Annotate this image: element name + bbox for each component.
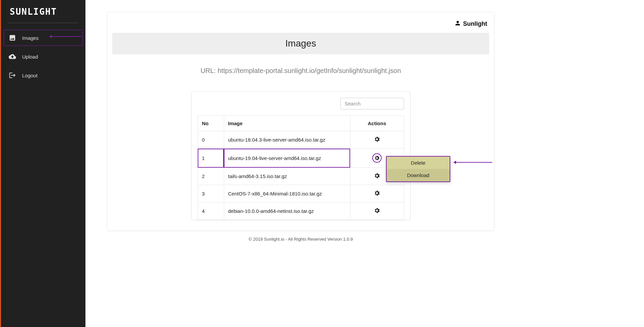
- annotation-arrow: [50, 36, 81, 37]
- brand-logo: SUNLIGHT: [1, 0, 85, 23]
- table-row: 2 tails-amd64-3.15.iso.tar.gz: [198, 168, 404, 185]
- logout-icon: [9, 72, 16, 79]
- gear-icon[interactable]: [374, 207, 380, 214]
- gear-icon[interactable]: [374, 136, 380, 143]
- cell-image: debian-10.0.0-amd64-netinst.iso.tar.gz: [224, 202, 350, 220]
- gear-icon[interactable]: [374, 172, 380, 179]
- image-icon: [9, 34, 16, 42]
- dropdown-download[interactable]: Download: [387, 169, 450, 181]
- cell-no: 2: [198, 168, 224, 185]
- url-label: URL: https://template-portal.sunlight.io…: [108, 67, 494, 75]
- col-no: No: [198, 116, 224, 131]
- annotation-arrow: [454, 162, 492, 163]
- page-title: Images: [112, 33, 489, 54]
- actions-dropdown: Delete Download: [386, 156, 450, 182]
- table-row: 3 CentOS-7-x86_64-Minimal-1810.iso.tar.g…: [198, 185, 404, 202]
- sidebar-item-label: Images: [22, 35, 39, 41]
- gear-icon[interactable]: [372, 153, 382, 163]
- person-icon: [454, 20, 461, 28]
- table-row: 4 debian-10.0.0-amd64-netinst.iso.tar.gz: [198, 202, 404, 220]
- table-card: No Image Actions 0 ubuntu-18.04.3-live-s…: [191, 91, 410, 220]
- sidebar-divider: [8, 23, 79, 23]
- cell-no: 0: [198, 131, 224, 149]
- images-table: No Image Actions 0 ubuntu-18.04.3-live-s…: [198, 115, 404, 220]
- table-row: 1 ubuntu-19.04-live-server-amd64.iso.tar…: [198, 149, 404, 168]
- sidebar-item-images[interactable]: Images: [4, 30, 83, 46]
- table-row: 0 ubuntu-18.04.3-live-server-amd64.iso.t…: [198, 131, 404, 149]
- gear-icon[interactable]: [374, 190, 380, 196]
- cell-no: 1: [198, 149, 224, 168]
- footer: © 2019 Sunlight.io - All Rights Reserved…: [107, 237, 494, 242]
- sidebar-item-label: Upload: [22, 54, 38, 60]
- col-image: Image: [224, 116, 350, 131]
- sidebar-item-upload[interactable]: Upload: [4, 49, 83, 65]
- cell-image: CentOS-7-x86_64-Minimal-1810.iso.tar.gz: [224, 185, 350, 202]
- cell-image: tails-amd64-3.15.iso.tar.gz: [224, 168, 350, 185]
- cell-image: ubuntu-19.04-live-server-amd64.iso.tar.g…: [224, 149, 350, 168]
- main-content: Sunlight Images URL: https://template-po…: [107, 12, 494, 242]
- sidebar-item-logout[interactable]: Logout: [4, 67, 83, 83]
- search-input[interactable]: [340, 98, 404, 109]
- user-name: Sunlight: [463, 20, 487, 27]
- cell-no: 3: [198, 185, 224, 202]
- main-card: Sunlight Images URL: https://template-po…: [107, 12, 494, 231]
- sidebar: SUNLIGHT Images Upload Logout: [1, 0, 85, 327]
- cell-no: 4: [198, 202, 224, 220]
- col-actions: Actions: [350, 116, 404, 131]
- user-menu[interactable]: Sunlight: [108, 12, 494, 33]
- cloud-upload-icon: [9, 53, 16, 60]
- sidebar-item-label: Logout: [22, 73, 38, 78]
- cell-image: ubuntu-18.04.3-live-server-amd64.iso.tar…: [224, 131, 350, 149]
- dropdown-delete[interactable]: Delete: [387, 157, 450, 169]
